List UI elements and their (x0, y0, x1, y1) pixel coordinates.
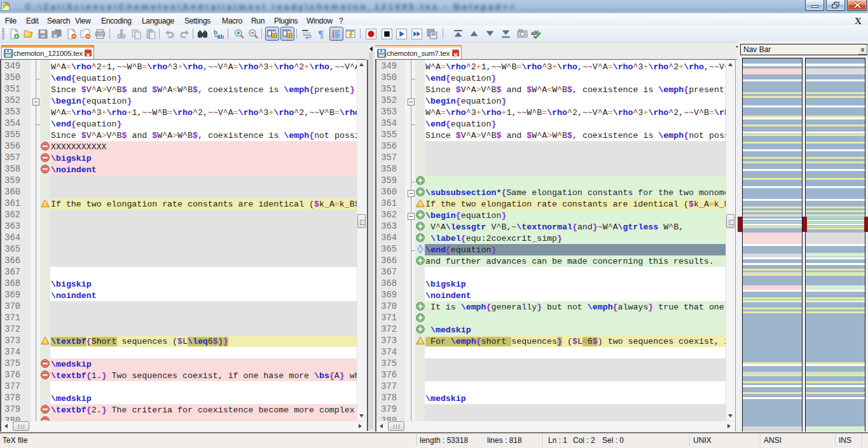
svg-text:ab: ab (217, 33, 224, 39)
